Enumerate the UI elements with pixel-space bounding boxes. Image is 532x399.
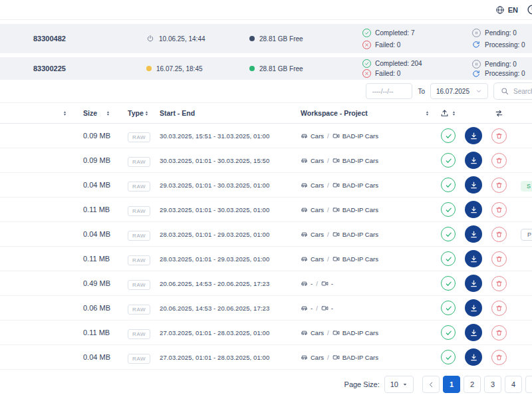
delete-button[interactable]: [491, 227, 507, 242]
size-cell: 0.06 MB: [73, 304, 116, 312]
workspace-project-cell: Cars / BAD-IP Cars: [296, 255, 436, 263]
column-header-workspace-project[interactable]: Workspace - Project: [296, 109, 436, 117]
failed-status: Failed: 0: [362, 69, 472, 78]
table-row[interactable]: 0.04 MB RAW 28.03.2025, 01:01 - 29.03.20…: [0, 222, 532, 247]
delete-button[interactable]: [491, 276, 507, 291]
page-button-3[interactable]: 3: [484, 376, 501, 393]
processing-status: Processing: 0: [472, 70, 525, 78]
size-cell: 0.49 MB: [73, 279, 116, 287]
delete-button[interactable]: [491, 153, 507, 168]
car-icon: [301, 182, 308, 189]
table-row[interactable]: 0.49 MB RAW 20.06.2025, 14:53 - 20.06.20…: [0, 271, 532, 296]
page-size-select[interactable]: 10: [384, 376, 414, 393]
size-cell: 0.04 MB: [73, 230, 116, 238]
table-row[interactable]: 0.11 MB RAW 27.03.2025, 01:01 - 28.03.20…: [0, 321, 532, 345]
download-button[interactable]: [465, 127, 482, 144]
delete-button[interactable]: [491, 350, 507, 365]
download-button[interactable]: [465, 275, 482, 292]
delete-button[interactable]: [491, 202, 507, 217]
column-header-hidden[interactable]: [0, 110, 73, 116]
table-row[interactable]: 0.11 MB RAW 29.03.2025, 01:01 - 30.03.20…: [0, 198, 532, 222]
sort-icon[interactable]: [424, 110, 430, 116]
table-row[interactable]: 0.09 MB RAW 30.03.2025, 15:51 - 31.03.20…: [0, 124, 532, 148]
project-label: -: [331, 280, 333, 287]
date-from-input[interactable]: [366, 83, 412, 99]
download-button[interactable]: [465, 299, 482, 317]
column-header-start-end[interactable]: Start - End: [150, 109, 296, 117]
project-icon: [332, 132, 340, 140]
download-button[interactable]: [465, 201, 482, 218]
column-header-size[interactable]: Size: [73, 109, 116, 117]
device-queue: Pending: 0 Processing: 0: [472, 29, 525, 49]
workspace-label: -: [311, 305, 313, 312]
table-row[interactable]: 0.11 MB RAW 28.03.2025, 01:01 - 29.03.20…: [0, 247, 532, 271]
delete-button[interactable]: [491, 251, 507, 267]
delete-button[interactable]: [491, 178, 507, 193]
status-badge: S: [521, 181, 532, 192]
project-icon: [332, 231, 340, 238]
upload-icon[interactable]: [440, 109, 449, 118]
delete-button[interactable]: [491, 128, 507, 144]
project-icon: [332, 329, 340, 336]
sort-icon[interactable]: [62, 110, 68, 116]
delete-button[interactable]: [491, 325, 507, 340]
search-box[interactable]: [493, 82, 532, 100]
download-button[interactable]: [465, 250, 482, 267]
page-button-1[interactable]: 1: [443, 376, 460, 393]
page-button-4[interactable]: 4: [505, 376, 522, 393]
sort-icon[interactable]: [105, 110, 111, 116]
completed-status-icon: [441, 178, 456, 192]
delete-button[interactable]: [491, 301, 507, 316]
download-button[interactable]: [465, 176, 482, 194]
table-row[interactable]: 0.04 MB RAW 27.03.2025, 01:01 - 28.03.20…: [0, 345, 532, 370]
workspace-project-cell: Cars / BAD-IP Cars: [296, 182, 436, 189]
column-header-upload[interactable]: [436, 109, 461, 118]
date-to-input[interactable]: 16.07.2025: [430, 83, 488, 99]
completed-status-icon: [441, 301, 456, 315]
chevron-down-icon: [475, 88, 482, 94]
language-label: EN: [508, 6, 518, 14]
project-icon: [321, 280, 329, 287]
search-input[interactable]: [513, 88, 532, 95]
device-row[interactable]: 83300225 16.07.25, 18:45 28.81 GB Free C…: [0, 57, 532, 80]
table-row[interactable]: 0.06 MB RAW 20.06.2025, 14:53 - 20.06.20…: [0, 296, 532, 321]
sort-icon[interactable]: [144, 110, 150, 116]
page-button-5[interactable]: 5: [525, 376, 532, 393]
table-row[interactable]: 0.04 MB RAW 29.03.2025, 01:01 - 30.03.20…: [0, 173, 532, 198]
project-label: BAD-IP Cars: [342, 231, 378, 238]
download-button[interactable]: [465, 152, 482, 169]
size-cell: 0.09 MB: [73, 132, 116, 140]
swap-arrows-icon[interactable]: [495, 109, 503, 118]
start-end-cell: 27.03.2025, 01:01 - 28.03.2025, 01:00: [150, 354, 296, 361]
car-icon: [301, 132, 308, 140]
car-icon: [301, 280, 308, 287]
column-header-type[interactable]: Type: [116, 109, 150, 117]
completed-status-icon: [441, 202, 456, 217]
table-row[interactable]: 0.09 MB RAW 30.03.2025, 01:01 - 30.03.20…: [0, 148, 532, 173]
project-label: BAD-IP Cars: [342, 354, 378, 361]
car-icon: [301, 157, 308, 164]
project-icon: [332, 354, 340, 361]
project-label: BAD-IP Cars: [342, 157, 378, 164]
workspace-label: Cars: [311, 255, 324, 263]
project-label: BAD-IP Cars: [342, 132, 378, 140]
device-queue: Pending: 0 Processing: 0: [472, 60, 525, 78]
completed-status-icon: [441, 128, 456, 143]
device-row[interactable]: 83300482 10.06.25, 14:44 28.81 GB Free C…: [0, 24, 532, 53]
device-storage: 28.81 GB Free: [249, 35, 362, 43]
download-button[interactable]: [465, 324, 482, 341]
date-to-value: 16.07.2025: [436, 88, 469, 95]
download-button[interactable]: [465, 225, 482, 243]
prev-page-button[interactable]: [422, 376, 440, 393]
clock-icon[interactable]: [527, 4, 532, 15]
page-button-2[interactable]: 2: [464, 376, 481, 393]
column-header-transfer[interactable]: [486, 109, 511, 118]
start-end-cell: 28.03.2025, 01:01 - 29.03.2025, 01:00: [150, 255, 296, 263]
device-id: 83300482: [0, 35, 146, 43]
download-button[interactable]: [465, 348, 482, 366]
globe-icon: [495, 5, 505, 15]
language-button[interactable]: EN: [495, 5, 518, 15]
start-end-cell: 29.03.2025, 01:01 - 30.03.2025, 01:00: [150, 206, 296, 213]
sort-icon[interactable]: [451, 110, 457, 116]
type-badge: RAW: [128, 305, 150, 315]
